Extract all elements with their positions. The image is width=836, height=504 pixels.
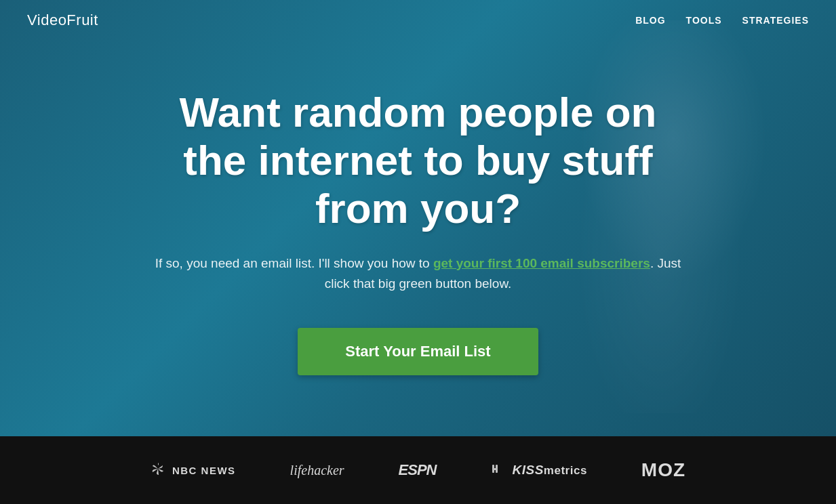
hero-title: Want random people on the internet to bu… — [154, 88, 683, 233]
kiss-icon — [491, 462, 504, 479]
moz-label: MOZ — [641, 459, 685, 481]
brand-lifehacker: lifehacker — [290, 463, 344, 478]
header: VideoFruit BLOG TOOLS STRATEGIES — [0, 0, 836, 41]
svg-rect-3 — [496, 469, 498, 473]
nav-blog[interactable]: BLOG — [635, 15, 665, 26]
logo-text: VideoFruit — [27, 12, 98, 28]
svg-rect-2 — [496, 465, 498, 469]
site-logo[interactable]: VideoFruit — [27, 12, 98, 29]
lifehacker-label: lifehacker — [290, 463, 344, 478]
nav-strategies[interactable]: STRATEGIES — [742, 15, 809, 26]
hero-content: Want random people on the internet to bu… — [127, 61, 710, 376]
nbc-icon — [151, 461, 165, 480]
nav-tools[interactable]: TOOLS — [686, 15, 722, 26]
hero-subtitle-before: If so, you need an email list. I'll show… — [155, 256, 433, 270]
hero-subtitle: If so, you need an email list. I'll show… — [154, 253, 683, 295]
cta-button[interactable]: Start Your Email List — [298, 328, 538, 375]
main-nav: BLOG TOOLS STRATEGIES — [635, 15, 809, 26]
brand-espn: ESPN — [399, 461, 437, 479]
hero-subtitle-link[interactable]: get your first 100 email subscribers — [433, 256, 650, 270]
espn-label: ESPN — [399, 461, 437, 479]
brand-kissmetrics: KISSmetrics — [491, 462, 587, 479]
brand-moz: MOZ — [641, 459, 685, 481]
hero-section: Want random people on the internet to bu… — [0, 0, 836, 436]
nbc-label: NBC NEWS — [172, 465, 236, 476]
footer-brands-bar: NBC NEWS lifehacker ESPN KISSmetrics MOZ — [0, 436, 836, 504]
brand-nbc: NBC NEWS — [151, 461, 236, 480]
kissmetrics-label: KISSmetrics — [513, 463, 587, 478]
